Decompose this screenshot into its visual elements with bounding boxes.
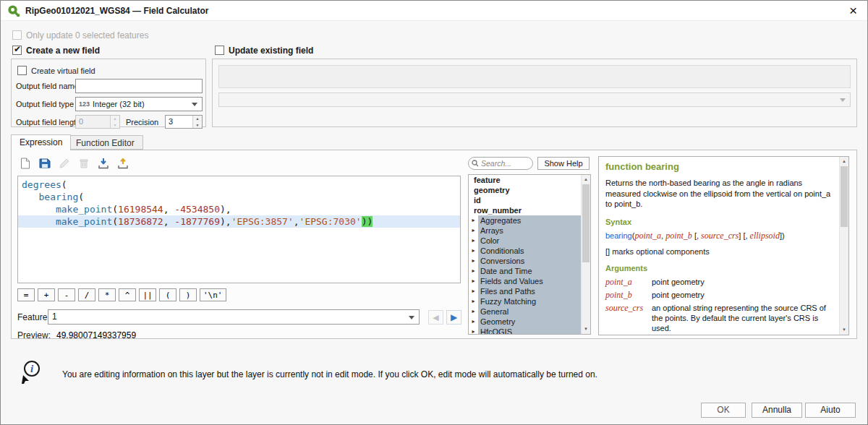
checkbox-box[interactable] xyxy=(17,66,27,75)
titlebar: RipGeo01012021_WGS84 — Field Calculator … xyxy=(1,1,867,21)
operator-button[interactable]: ( xyxy=(159,288,176,301)
right-arrow-icon: ▶ xyxy=(451,312,457,322)
code-line[interactable]: make_point(16198544, -4534850), xyxy=(18,203,460,215)
only-update-selected-checkbox: Only update 0 selected features xyxy=(12,30,148,40)
previous-feature-button: ◀ xyxy=(428,310,443,325)
delete-expression-button xyxy=(75,155,93,171)
function-group-row[interactable]: ▸General xyxy=(469,306,581,317)
info-icon: i xyxy=(21,361,43,384)
function-item-row[interactable]: row_number xyxy=(469,205,581,215)
expand-arrow-icon[interactable]: ▸ xyxy=(469,236,478,246)
argument-row: point_bpoint geometry xyxy=(605,290,833,301)
expand-arrow-icon[interactable]: ▸ xyxy=(469,276,478,286)
scroll-up-icon[interactable]: ▲ xyxy=(840,157,848,166)
help-description: Returns the north-based bearing as the a… xyxy=(605,178,833,210)
existing-field-list xyxy=(218,65,851,88)
operator-button[interactable]: || xyxy=(139,288,156,301)
expand-arrow-icon[interactable]: ▸ xyxy=(469,215,478,226)
edit-mode-message: You are editing information on this laye… xyxy=(62,369,597,379)
operator-button[interactable]: ) xyxy=(179,288,197,301)
function-item-row[interactable]: id xyxy=(469,195,581,205)
spinner-arrows-icon[interactable]: ▲▼ xyxy=(192,116,202,128)
feature-label: Feature xyxy=(17,312,47,322)
function-group-row[interactable]: ▸Aggregates xyxy=(469,215,581,226)
operator-button[interactable]: + xyxy=(38,288,55,301)
code-line[interactable]: bearing( xyxy=(18,191,460,203)
expand-arrow-icon[interactable]: ▸ xyxy=(469,266,478,276)
help-button[interactable]: Aiuto xyxy=(805,403,856,418)
help-content: function bearing Returns the north-based… xyxy=(599,157,839,335)
scroll-down-icon[interactable]: ▼ xyxy=(582,325,590,334)
scrollbar-thumb[interactable] xyxy=(582,184,590,262)
function-group-row[interactable]: ▸Conversions xyxy=(469,256,581,266)
output-field-length-spinner: 0 ▲▼ xyxy=(75,115,120,129)
operator-button[interactable]: = xyxy=(17,288,35,301)
function-list-scrollbar[interactable]: ▲ ▼ xyxy=(581,175,590,334)
output-field-type-select[interactable]: 123 Integer (32 bit) xyxy=(75,97,203,111)
argument-row: source_crsan optional string representin… xyxy=(605,303,833,334)
operator-button[interactable]: * xyxy=(98,288,116,301)
function-group-row[interactable]: ▸Fuzzy Matching xyxy=(469,296,581,306)
expand-arrow-icon[interactable]: ▸ xyxy=(469,256,478,266)
scroll-up-icon[interactable]: ▲ xyxy=(582,175,590,184)
file-icon xyxy=(20,158,30,169)
expand-arrow-icon[interactable]: ▸ xyxy=(469,296,478,306)
function-group-row[interactable]: ▸Arrays xyxy=(469,226,581,236)
field-type-badge: 123 xyxy=(79,100,90,108)
expand-arrow-icon[interactable]: ▸ xyxy=(469,286,478,296)
show-help-button[interactable]: Show Help xyxy=(537,157,590,170)
edit-expression-button xyxy=(56,155,73,171)
function-group-row[interactable]: ▸Conditionals xyxy=(469,246,581,256)
scrollbar-thumb[interactable] xyxy=(841,166,848,227)
expand-arrow-icon[interactable]: ▸ xyxy=(469,327,478,335)
expand-arrow-icon[interactable]: ▸ xyxy=(469,226,478,236)
function-item-row[interactable]: feature xyxy=(469,175,581,185)
help-scrollbar[interactable]: ▲ ▼ xyxy=(839,157,848,335)
expression-editor[interactable]: degrees( bearing( make_point(16198544, -… xyxy=(17,176,461,283)
checkbox-box[interactable] xyxy=(215,46,224,55)
feature-select[interactable]: 1 xyxy=(48,309,420,325)
scroll-down-icon[interactable]: ▼ xyxy=(840,325,848,335)
expand-arrow-icon[interactable]: ▸ xyxy=(469,246,478,256)
tab-function-editor[interactable]: Function Editor xyxy=(67,135,143,150)
next-feature-button[interactable]: ▶ xyxy=(446,310,461,325)
import-expressions-button[interactable] xyxy=(95,155,112,171)
export-expressions-button[interactable] xyxy=(114,155,132,171)
code-line[interactable]: make_point(18736872, -1877769),'EPSG:385… xyxy=(18,215,460,228)
operator-button[interactable]: '\n' xyxy=(200,288,226,301)
operator-button[interactable]: - xyxy=(58,288,75,301)
operator-button[interactable]: / xyxy=(78,288,95,301)
create-virtual-field-checkbox[interactable]: Create virtual field xyxy=(17,65,95,76)
function-group-row[interactable]: ▸Fields and Values xyxy=(469,276,581,286)
update-field-groupbox xyxy=(212,59,857,127)
dropdown-arrow-icon xyxy=(192,103,197,106)
new-expression-button[interactable] xyxy=(17,155,34,171)
close-button[interactable]: × xyxy=(849,2,857,20)
save-expression-button[interactable] xyxy=(36,155,54,171)
code-line[interactable]: degrees( xyxy=(18,179,460,191)
expand-arrow-icon[interactable]: ▸ xyxy=(469,317,478,327)
checkbox-box[interactable] xyxy=(12,46,22,55)
output-field-name-input[interactable] xyxy=(75,79,203,93)
search-input[interactable] xyxy=(481,159,524,168)
function-group-row[interactable]: ▸Date and Time xyxy=(469,266,581,276)
function-group-row[interactable]: ▸Files and Paths xyxy=(469,286,581,296)
operator-button[interactable]: ^ xyxy=(119,288,136,301)
function-search-box[interactable] xyxy=(468,157,533,170)
ok-button[interactable]: OK xyxy=(701,403,746,418)
function-item-row[interactable]: geometry xyxy=(469,185,581,195)
function-group-row[interactable]: ▸Color xyxy=(469,236,581,246)
create-new-field-checkbox[interactable]: Create a new field xyxy=(12,45,100,56)
cursor-arrow-icon xyxy=(21,374,30,384)
function-group-row[interactable]: ▸Geometry xyxy=(469,317,581,327)
update-existing-field-checkbox[interactable]: Update existing field xyxy=(215,45,313,56)
function-group-label: Color xyxy=(478,236,581,246)
function-help-panel: function bearing Returns the north-based… xyxy=(598,156,849,335)
operator-buttons: =+-/*^||()'\n' xyxy=(17,288,226,301)
precision-spinner[interactable]: 3 ▲▼ xyxy=(165,115,203,129)
tab-expression[interactable]: Expression xyxy=(11,134,71,150)
expand-arrow-icon[interactable]: ▸ xyxy=(469,306,478,317)
function-group-row[interactable]: ▸HfcQGIS xyxy=(469,327,581,335)
pencil-icon xyxy=(59,158,70,169)
cancel-button[interactable]: Annulla xyxy=(752,403,802,418)
